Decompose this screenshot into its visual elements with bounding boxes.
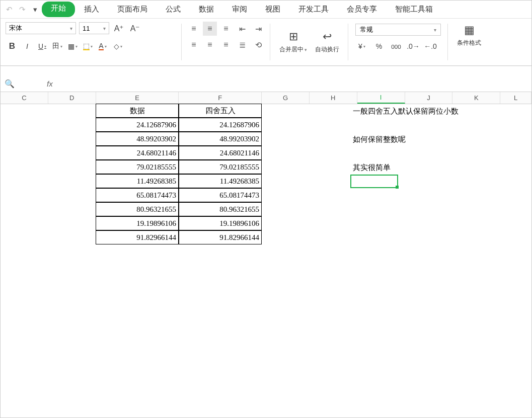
- cell[interactable]: 24.12687906: [179, 118, 262, 132]
- qat-dropdown[interactable]: ▾: [29, 3, 42, 16]
- tab-1[interactable]: 插入: [75, 2, 108, 17]
- active-cell-indicator: [350, 175, 398, 188]
- currency-button[interactable]: ¥▾: [355, 40, 368, 53]
- column-headers: CDEFGHIJKL: [1, 92, 531, 104]
- cell[interactable]: 数据: [96, 104, 179, 118]
- tab-4[interactable]: 数据: [190, 2, 223, 17]
- border-button[interactable]: 田▾: [51, 40, 64, 53]
- tab-9[interactable]: 智能工具箱: [386, 2, 442, 17]
- tab-3[interactable]: 公式: [157, 2, 190, 17]
- percent-button[interactable]: %: [372, 40, 386, 53]
- cell[interactable]: 79.02185555: [96, 160, 179, 174]
- merge-group: ⊞ 合并居中▾ ↩ 自动换行: [270, 19, 348, 65]
- increase-font-button[interactable]: A⁺: [112, 22, 125, 35]
- number-group: 常规▾ ¥▾ % 000 .0→ ←.0: [348, 19, 448, 65]
- cell[interactable]: 80.96321655: [96, 202, 179, 216]
- cell[interactable]: 24.12687906: [96, 118, 179, 132]
- align-right-button[interactable]: ≡: [219, 38, 233, 52]
- formula-input[interactable]: [53, 76, 527, 92]
- ribbon: 宋体▾ 11▾ A⁺ A⁻ B I U▾ 田▾ ▦▾ ⬚▾ A▾ ◇▾ ≡ ≡ …: [1, 19, 531, 66]
- merge-center-button[interactable]: ⊞ 合并居中▾: [275, 22, 311, 62]
- tab-5[interactable]: 审阅: [223, 2, 256, 17]
- cell[interactable]: 19.19896106: [96, 216, 179, 230]
- tab-8[interactable]: 会员专享: [338, 2, 386, 17]
- col-head-K[interactable]: K: [452, 92, 500, 104]
- col-head-F[interactable]: F: [179, 92, 262, 104]
- underline-button[interactable]: U▾: [36, 40, 49, 53]
- comma-button[interactable]: 000: [390, 40, 403, 53]
- col-head-I[interactable]: I: [357, 92, 405, 104]
- align-middle-button[interactable]: ≡: [203, 22, 217, 36]
- col-head-L[interactable]: L: [500, 92, 531, 104]
- indent-increase-button[interactable]: ⇥: [251, 22, 265, 36]
- cell[interactable]: 48.99203902: [179, 132, 262, 146]
- note-cell[interactable]: 一般四舍五入默认保留两位小数: [353, 104, 514, 118]
- decrease-font-button[interactable]: A⁻: [128, 22, 141, 35]
- fill-color-button[interactable]: ⬚▾: [81, 40, 94, 53]
- undo-button[interactable]: ↶: [3, 3, 16, 16]
- font-group: 宋体▾ 11▾ A⁺ A⁻ B I U▾ 田▾ ▦▾ ⬚▾ A▾ ◇▾: [1, 19, 182, 65]
- note-cell[interactable]: 如何保留整数呢: [353, 132, 514, 146]
- align-bottom-button[interactable]: ≡: [219, 22, 233, 36]
- cell[interactable]: 91.82966144: [96, 230, 179, 244]
- cell[interactable]: 11.49268385: [96, 174, 179, 188]
- align-left-button[interactable]: ≡: [187, 38, 201, 52]
- tab-0[interactable]: 开始: [42, 2, 75, 17]
- tab-7[interactable]: 开发工具: [289, 2, 338, 17]
- align-justify-button[interactable]: ≣: [235, 38, 249, 52]
- cell[interactable]: 65.08174473: [179, 188, 262, 202]
- orientation-button[interactable]: ⟲: [251, 38, 265, 52]
- formula-bar: 🔍 fx: [1, 76, 531, 92]
- cell[interactable]: 四舍五入: [179, 104, 262, 118]
- cell[interactable]: 79.02185555: [179, 160, 262, 174]
- bold-button[interactable]: B: [6, 40, 19, 53]
- italic-button[interactable]: I: [21, 40, 34, 53]
- col-head-H[interactable]: H: [310, 92, 357, 104]
- cell[interactable]: 48.99203902: [96, 132, 179, 146]
- wrap-text-button[interactable]: ↩ 自动换行: [311, 22, 343, 62]
- redo-button[interactable]: ↷: [16, 3, 29, 16]
- cell[interactable]: 19.19896106: [179, 216, 262, 230]
- col-head-G[interactable]: G: [262, 92, 310, 104]
- cell-style-button[interactable]: ▦▾: [66, 40, 79, 53]
- cell[interactable]: 24.68021146: [96, 146, 179, 160]
- cell[interactable]: 65.08174473: [96, 188, 179, 202]
- font-name-select[interactable]: 宋体▾: [6, 22, 76, 34]
- clear-format-button[interactable]: ◇▾: [111, 40, 124, 53]
- decrease-decimal-button[interactable]: ←.0: [424, 40, 437, 53]
- align-center-button[interactable]: ≡: [203, 38, 217, 52]
- tab-2[interactable]: 页面布局: [108, 2, 157, 17]
- styles-group: ▦ 条件格式: [448, 19, 490, 65]
- cell[interactable]: 80.96321655: [179, 202, 262, 216]
- increase-decimal-button[interactable]: .0→: [407, 40, 420, 53]
- conditional-format-button[interactable]: ▦ 条件格式: [453, 22, 485, 49]
- number-format-select[interactable]: 常规▾: [355, 24, 441, 36]
- note-cell[interactable]: 其实很简单: [353, 160, 514, 175]
- align-top-button[interactable]: ≡: [187, 22, 201, 36]
- col-head-D[interactable]: D: [48, 92, 96, 104]
- zoom-formula-icon[interactable]: 🔍: [5, 79, 15, 89]
- cell[interactable]: 11.49268385: [179, 174, 262, 188]
- alignment-group: ≡ ≡ ≡ ⇤ ⇥ ≡ ≡ ≡ ≣ ⟲: [182, 19, 270, 65]
- tab-6[interactable]: 视图: [256, 2, 289, 17]
- cell[interactable]: 91.82966144: [179, 230, 262, 244]
- col-head-J[interactable]: J: [405, 92, 453, 104]
- cell[interactable]: 24.68021146: [179, 146, 262, 160]
- col-head-E[interactable]: E: [96, 92, 179, 104]
- fx-icon[interactable]: fx: [47, 79, 53, 88]
- col-head-C[interactable]: C: [1, 92, 48, 104]
- font-size-select[interactable]: 11▾: [79, 22, 109, 34]
- ribbon-tabs: ↶ ↷ ▾ 开始插入页面布局公式数据审阅视图开发工具会员专享智能工具箱: [1, 1, 531, 19]
- indent-decrease-button[interactable]: ⇤: [235, 22, 249, 36]
- font-color-button[interactable]: A▾: [96, 40, 109, 53]
